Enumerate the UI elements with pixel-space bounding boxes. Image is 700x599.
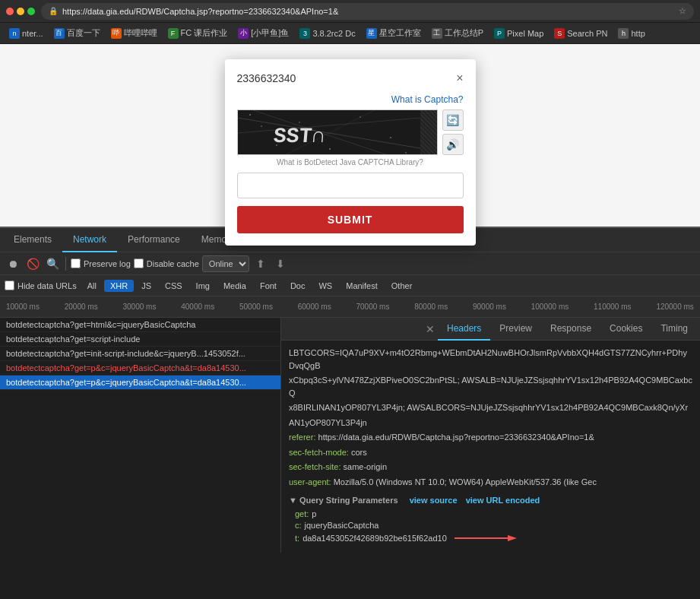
- referer-value: https://data.gia.edu/RDWB/Captcha.jsp?re…: [318, 433, 594, 442]
- header-cookie-4: AN1yOP807YL3P4jn: [289, 417, 692, 429]
- timeline-110000: 110000 ms: [594, 303, 631, 311]
- timeline-120000: 120000 ms: [656, 303, 693, 311]
- filter-font[interactable]: Font: [254, 280, 283, 292]
- captcha-close-button[interactable]: ×: [456, 71, 463, 85]
- cookie-value-1: LBTGCORS=IQA7uP9XV+m4tO2Rbmg+WEbmDtAH2Nu…: [289, 348, 687, 370]
- bookmark-pixel[interactable]: P Pixel Map: [489, 27, 548, 40]
- url-text: https://data.gia.edu/RDWB/Captcha.jsp?re…: [62, 7, 338, 16]
- filter-css[interactable]: CSS: [159, 280, 188, 292]
- bookmark-nter-icon: n: [9, 28, 20, 39]
- svg-rect-12: [405, 152, 407, 154]
- filter-doc[interactable]: Doc: [284, 280, 312, 292]
- search-button[interactable]: 🔍: [44, 255, 61, 272]
- bookmark-bilibili[interactable]: 哔 哔哩哔哩: [106, 26, 162, 40]
- record-button[interactable]: ⏺: [5, 255, 21, 272]
- bookmark-http[interactable]: h http: [613, 27, 649, 40]
- import-button[interactable]: ⬆: [252, 255, 269, 272]
- maximize-window-btn[interactable]: [27, 8, 35, 15]
- hide-data-urls-checkbox[interactable]: [5, 280, 14, 290]
- hide-data-urls-text: Hide data URLs: [17, 281, 77, 290]
- captcha-lib-text: What is BotDetect Java CAPTCHA Library?: [237, 158, 464, 166]
- bookmark-search-icon: S: [554, 28, 565, 39]
- bookmark-fish-icon: 小: [238, 28, 249, 39]
- captcha-submit-button[interactable]: SUBMIT: [237, 206, 464, 233]
- bookmark-nter[interactable]: n nter...: [5, 27, 48, 40]
- devtools-tab-network[interactable]: Network: [62, 228, 117, 252]
- bookmark-icon[interactable]: ☆: [679, 6, 686, 16]
- export-button[interactable]: ⬇: [272, 255, 289, 272]
- timeline-70000: 70000 ms: [356, 303, 390, 311]
- request-item-script[interactable]: botdetectcaptcha?get=script-include: [0, 332, 280, 347]
- bookmark-fish-label: [小甲鱼]鱼: [251, 27, 289, 39]
- bookmark-pixel-icon: P: [494, 28, 505, 39]
- address-bar[interactable]: 🔒 https://data.gia.edu/RDWB/Captcha.jsp?…: [41, 3, 694, 20]
- filter-ws[interactable]: WS: [312, 280, 338, 292]
- filter-manifest[interactable]: Manifest: [340, 280, 384, 292]
- svg-text:SST∩: SST∩: [272, 125, 325, 148]
- what-is-captcha-link[interactable]: What is Captcha?: [237, 94, 464, 105]
- sec-fetch-mode-label: sec-fetch-mode:: [289, 448, 351, 457]
- bookmark-work-label: 工作总结P: [445, 27, 483, 39]
- minimize-window-btn[interactable]: [17, 8, 24, 15]
- page-content: 2336632340 × What is Captcha?: [0, 44, 700, 227]
- detail-tab-timing[interactable]: Timing: [651, 318, 697, 341]
- request-item-p2[interactable]: botdetectcaptcha?get=p&c=jqueryBasicCapt…: [0, 376, 280, 390]
- timeline-100000: 100000 ms: [531, 303, 569, 311]
- detail-tab-headers[interactable]: Headers: [438, 318, 490, 341]
- captcha-audio-button[interactable]: 🔊: [442, 134, 464, 155]
- timeline-50000: 50000 ms: [239, 303, 273, 311]
- filter-media[interactable]: Media: [217, 280, 252, 292]
- toolbar-separator-1: [65, 257, 66, 271]
- devtools-tab-elements[interactable]: Elements: [3, 228, 62, 252]
- view-url-encoded-link[interactable]: view URL encoded: [466, 496, 540, 505]
- bookmark-work[interactable]: 工 工作总结P: [427, 26, 488, 40]
- header-referer: referer: https://data.gia.edu/RDWB/Captc…: [289, 431, 692, 444]
- captcha-svg: SST∩: [238, 110, 420, 155]
- header-sec-fetch-site: sec-fetch-site: same-origin: [289, 461, 692, 474]
- request-item-p1[interactable]: botdetectcaptcha?get=p&c=jqueryBasicCapt…: [0, 361, 280, 376]
- devtools-tab-performance[interactable]: Performance: [117, 228, 191, 252]
- devtools-panel: Elements Network Performance Memory Appl…: [0, 227, 700, 553]
- view-source-link[interactable]: view source: [410, 496, 458, 505]
- details-panel: ✕ Headers Preview Response Cookies Timin…: [281, 318, 700, 553]
- filter-all[interactable]: All: [81, 280, 103, 292]
- captcha-input-field[interactable]: [237, 173, 464, 198]
- timeline-20000: 20000 ms: [65, 303, 98, 311]
- filter-other[interactable]: Other: [385, 280, 419, 292]
- svg-rect-9: [329, 148, 331, 150]
- request-item-init[interactable]: botdetectcaptcha?get=init-script-include…: [0, 347, 280, 361]
- bookmark-star-icon: 星: [366, 28, 377, 39]
- online-select[interactable]: Online: [202, 255, 249, 272]
- captcha-image-row: SST∩ 🔄 🔊: [237, 109, 464, 155]
- captcha-refresh-button[interactable]: 🔄: [442, 109, 464, 131]
- close-details-button[interactable]: ✕: [423, 322, 438, 337]
- header-sec-fetch-mode: sec-fetch-mode: cors: [289, 446, 692, 459]
- disable-cache-label[interactable]: Disable cache: [134, 258, 199, 268]
- bookmark-star[interactable]: 星 星空工作室: [362, 26, 426, 40]
- bookmark-doc[interactable]: 3 3.8.2rc2 Dc: [295, 27, 360, 40]
- bookmark-star-label: 星空工作室: [379, 27, 421, 39]
- filter-img[interactable]: Img: [190, 280, 216, 292]
- detail-tab-cookies[interactable]: Cookies: [600, 318, 651, 341]
- svg-rect-5: [249, 114, 251, 116]
- filter-xhr[interactable]: XHR: [104, 280, 134, 292]
- preserve-log-label[interactable]: Preserve log: [71, 258, 131, 268]
- disable-cache-checkbox[interactable]: [134, 258, 144, 268]
- detail-tab-preview[interactable]: Preview: [490, 318, 541, 341]
- bookmark-search-label: Search PN: [567, 29, 607, 38]
- bookmark-fish[interactable]: 小 [小甲鱼]鱼: [233, 26, 293, 40]
- bookmark-baidu[interactable]: 百 百度一下: [49, 26, 105, 40]
- disable-cache-text: Disable cache: [147, 259, 199, 268]
- preserve-log-checkbox[interactable]: [71, 258, 81, 268]
- close-window-btn[interactable]: [6, 8, 14, 15]
- filter-js[interactable]: JS: [135, 280, 157, 292]
- clear-button[interactable]: 🚫: [24, 255, 41, 272]
- bookmark-search[interactable]: S Search PN: [550, 27, 612, 40]
- hide-data-urls-label[interactable]: Hide data URLs: [5, 280, 77, 290]
- request-item-html[interactable]: botdetectcaptcha?get=html&c=jqueryBasicC…: [0, 318, 280, 332]
- bookmark-fc[interactable]: F FC 课后作业: [163, 26, 233, 40]
- detail-tab-response[interactable]: Response: [541, 318, 600, 341]
- param-t-value: da8a1453052f42689b92be615f62ad10: [302, 534, 447, 543]
- timeline-labels: 10000 ms 20000 ms 30000 ms 40000 ms 5000…: [0, 303, 700, 311]
- bookmark-work-icon: 工: [432, 28, 442, 39]
